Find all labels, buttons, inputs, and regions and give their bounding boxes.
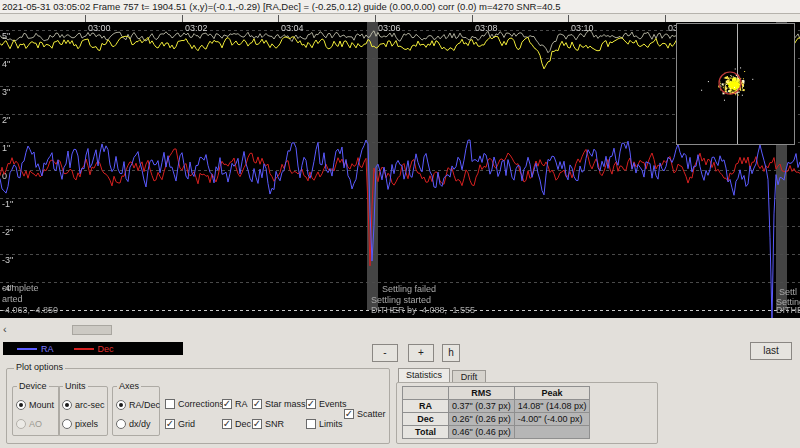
graph-scrollbar-thumb[interactable] [72,325,112,335]
axes-group-label: Axes [117,381,141,391]
checkbox-icon: ✓ [222,419,232,429]
checkbox-events[interactable]: ✓ Events [306,399,347,409]
checkbox-scatter[interactable]: ✓ Scatter [344,409,386,419]
legend-dec-label: Dec [98,344,114,354]
radio-units-arcsec[interactable]: arc-sec [62,400,105,410]
zoom-out-button[interactable]: - [372,344,398,362]
row-label: Dec [403,413,449,426]
ra-peak-value: 14.08" (14.08 px) [514,400,590,413]
checkbox-icon: ✓ [222,399,232,409]
dec-peak-value: -4.00" (-4.00 px) [514,413,590,426]
checkbox-ra[interactable]: ✓ RA [222,399,248,409]
units-group-label: Units [63,381,88,391]
statistics-table: RMS Peak RA 0.37" (0.37 px) 14.08" (14.0… [402,386,590,439]
ra-line-sample [17,348,37,350]
radio-units-pixels[interactable]: pixels [62,419,98,429]
zoom-in-button[interactable]: + [408,344,434,362]
checkbox-icon [306,419,316,429]
checkbox-icon: ✓ [306,399,316,409]
checkbox-icon: ✓ [165,419,175,429]
radio-device-ao[interactable]: AO [16,419,42,429]
table-row: Total 0.46" (0.46 px) [403,426,590,439]
checkbox-icon: ✓ [252,419,262,429]
checkbox-limits[interactable]: Limits [306,419,343,429]
row-label: Total [403,426,449,439]
radio-icon [116,400,126,410]
dec-rms-value: 0.26" (0.26 px) [449,413,515,426]
checkbox-grid[interactable]: ✓ Grid [165,419,195,429]
dec-line-sample [74,348,94,350]
radio-axes-radec[interactable]: RA/Dec [116,400,160,410]
radio-icon [62,419,72,429]
row-label: RA [403,400,449,413]
legend-ra-label: RA [41,344,54,354]
radio-icon [16,400,26,410]
checkbox-snr[interactable]: ✓ SNR [252,419,284,429]
plot-options-title: Plot options [14,362,65,372]
table-row: Dec 0.26" (0.26 px) -4.00" (-4.00 px) [403,413,590,426]
peak-header: Peak [514,387,590,400]
guide-graph-canvas[interactable] [0,14,800,318]
table-header-row: RMS Peak [403,387,590,400]
phd-log-viewer-window: 2021-05-31 03:05:02 Frame 757 t= 1904.51… [0,0,800,448]
checkbox-corrections[interactable]: Corrections [165,399,224,409]
checkbox-icon: ✓ [344,409,354,419]
checkbox-dec[interactable]: ✓ Dec [222,419,251,429]
radio-icon [116,419,126,429]
radio-device-mount[interactable]: Mount [16,400,54,410]
fit-horizontal-button[interactable]: h [442,344,460,362]
checkbox-icon [165,399,175,409]
last-button[interactable]: last [750,342,792,360]
total-peak-value [514,426,590,439]
checkbox-star-mass[interactable]: ✓ Star mass [252,399,306,409]
radio-icon [16,419,26,429]
table-row: RA 0.37" (0.37 px) 14.08" (14.08 px) [403,400,590,413]
graph-legend: RA Dec [3,342,183,355]
radio-axes-dxdy[interactable]: dx/dy [116,419,151,429]
tab-statistics[interactable]: Statistics [398,368,450,383]
device-group-label: Device [17,381,49,391]
ra-rms-value: 0.37" (0.37 px) [449,400,515,413]
radio-icon [62,400,72,410]
total-rms-value: 0.46" (0.46 px) [449,426,515,439]
rms-header: RMS [449,387,515,400]
corner-cell [403,387,449,400]
frame-info-bar: 2021-05-31 03:05:02 Frame 757 t= 1904.51… [0,0,800,14]
checkbox-icon: ✓ [252,399,262,409]
scroll-left-icon[interactable]: ‹ [3,324,7,335]
